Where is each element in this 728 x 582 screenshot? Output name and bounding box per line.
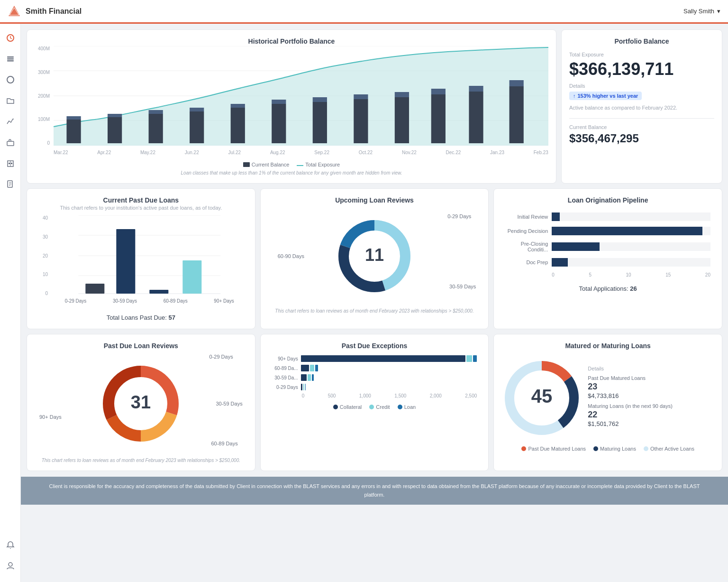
exc-bar-collateral-30 (301, 374, 307, 381)
x-pipeline-15: 15 (665, 272, 671, 277)
loan-label: Loan (404, 404, 416, 410)
current-past-due-card: Current Past Due Loans This chart refers… (27, 188, 255, 329)
matured-legend-other: Other Active Loans (644, 446, 694, 452)
svg-rect-55 (182, 260, 201, 294)
legend-current-balance: Current Balance (243, 162, 290, 167)
exc-bar-credit-60 (310, 365, 314, 371)
details-label: Details (569, 83, 714, 89)
collateral-dot (333, 405, 338, 409)
svg-rect-27 (149, 114, 163, 143)
upcoming-footnote: This chart refers to loan reviews as of … (268, 308, 481, 314)
past-due-matured-legend-label: Past Due Matured Loans (528, 446, 586, 452)
pipeline-row-initial: Initial Review (505, 212, 710, 221)
svg-rect-37 (354, 99, 368, 143)
app-title: Smith Financial (26, 7, 82, 16)
matured-legend: Past Due Matured Loans Maturing Loans Ot… (501, 446, 714, 452)
maturing-dot (593, 446, 598, 451)
y-20: 20 (35, 253, 48, 259)
legend-exposure-label: Total Exposure (305, 162, 340, 167)
y-0: 0 (35, 291, 48, 296)
sidebar-item-dashboard[interactable] (2, 29, 19, 46)
total-exposure-value: $366,139,711 (569, 59, 714, 79)
svg-rect-28 (149, 110, 163, 114)
exc-row-60-89: 60-89 Da... (272, 365, 477, 371)
credit-label: Credit (376, 404, 390, 410)
pdr-90plus-label: 90+ Days (39, 414, 62, 420)
svg-rect-24 (66, 116, 81, 120)
segment-0-29-label: 0-29 Days (447, 213, 471, 219)
sidebar-item-building[interactable] (2, 155, 19, 172)
pdr-60-89-label: 60-89 Days (211, 441, 237, 446)
loan-dot (398, 405, 402, 409)
x-nov22: Nov.22 (402, 150, 417, 155)
matured-legend-past-due: Past Due Matured Loans (521, 446, 586, 452)
svg-rect-11 (11, 163, 12, 164)
historical-portfolio-card: Historical Portfolio Balance 400M 300M 2… (27, 29, 556, 184)
badge-text: 153% higher vs last year (578, 93, 638, 99)
pipeline-row-pending: Pending Decision (505, 227, 710, 235)
exc-row-0-29: 0-29 Days (272, 384, 477, 390)
bottom-row: Past Due Loan Reviews 0-29 Days 30-59 Da… (27, 334, 722, 471)
matured-details-label: Details (588, 366, 714, 371)
svg-rect-25 (108, 117, 122, 143)
x-dec22: Dec.22 (446, 150, 461, 155)
pipeline-bar-initial (552, 212, 560, 221)
pdr-donut-svg: 31 (98, 361, 183, 446)
exc-bars-60-89 (301, 365, 477, 371)
svg-rect-33 (272, 104, 286, 143)
x-feb23: Feb.23 (534, 150, 548, 155)
maturing-count: 22 (588, 410, 714, 420)
y-label-0: 0 (35, 140, 50, 146)
past-due-subtitle: This chart refers to your institution's … (35, 205, 247, 211)
x-sep22: Sep.22 (314, 150, 329, 155)
historical-legend: Current Balance Total Exposure (35, 162, 548, 167)
pde-title: Past Due Exceptions (268, 342, 481, 350)
matured-donut-svg: 45 (501, 351, 582, 441)
sidebar-item-briefcase[interactable] (2, 134, 19, 151)
sidebar (0, 24, 21, 505)
historical-title: Historical Portfolio Balance (35, 37, 548, 45)
header-left: Smith Financial (8, 5, 82, 18)
origination-title: Loan Origination Pipeline (501, 196, 714, 204)
user-name: Sally Smith (683, 8, 714, 15)
matured-legend-maturing: Maturing Loans (593, 446, 636, 452)
exc-legend-collateral: Collateral (333, 404, 362, 410)
x-exc-2500: 2,500 (465, 393, 477, 398)
sidebar-item-layers[interactable] (2, 50, 19, 67)
bar-label-90plus: 90+ Days (214, 298, 234, 304)
pipeline-label-docprep: Doc Prep (505, 259, 548, 265)
current-balance-label: Current Balance (569, 124, 714, 130)
user-dropdown-icon[interactable]: ▾ (717, 8, 720, 15)
pipeline-row-docprep: Doc Prep (505, 258, 710, 267)
x-exc-1500: 1,500 (394, 393, 406, 398)
header-right: Sally Smith ▾ (683, 8, 720, 15)
pipeline-label-initial: Initial Review (505, 214, 548, 220)
exc-label-30-59: 30-59 Da... (272, 375, 298, 380)
legend-total-exposure: Total Exposure (297, 162, 340, 167)
sidebar-item-chart[interactable] (2, 113, 19, 130)
sidebar-item-overview[interactable] (2, 71, 19, 88)
maturing-label: Maturing Loans (in the next 90 days) (588, 403, 714, 409)
past-due-total-value: 57 (169, 314, 175, 321)
matured-loans-card: Matured or Maturing Loans 45 (493, 334, 722, 471)
svg-rect-5 (7, 60, 14, 62)
y-10: 10 (35, 272, 48, 277)
past-due-chart-svg (52, 215, 247, 296)
exc-bars-90plus (301, 355, 477, 362)
svg-rect-36 (313, 97, 327, 102)
divider (569, 118, 714, 119)
historical-footnote: Loan classes that make up less than 1% o… (35, 170, 548, 176)
exc-legend-credit: Credit (369, 404, 390, 410)
exc-bar-credit-0 (303, 384, 304, 390)
collateral-label: Collateral (340, 404, 362, 410)
total-exposure-label: Total Exposure (569, 52, 714, 57)
y-label-100m: 100M (35, 117, 50, 122)
pipeline-bar-bg-pending (552, 227, 710, 235)
exc-bar-loan-60 (315, 365, 318, 371)
svg-rect-52 (85, 284, 104, 294)
svg-text:45: 45 (531, 386, 553, 406)
past-due-exceptions-card: Past Due Exceptions 90+ Days 60-89 Da... (260, 334, 489, 471)
historical-chart-svg (54, 46, 548, 146)
sidebar-item-folder[interactable] (2, 92, 19, 109)
sidebar-item-document[interactable] (2, 176, 19, 193)
